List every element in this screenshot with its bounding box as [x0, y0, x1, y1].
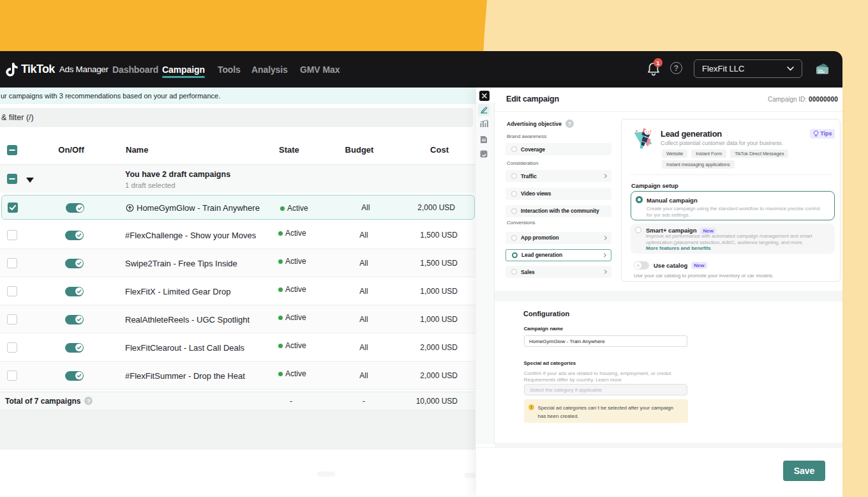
state-cell: Active — [278, 313, 306, 322]
nav-dashboard[interactable]: Dashboard — [112, 51, 158, 88]
help-icon[interactable]: ? — [670, 62, 682, 74]
use-catalog-toggle[interactable] — [634, 261, 649, 270]
smart-campaign-option[interactable]: Smart+ campaignNew Improve ad performanc… — [631, 224, 835, 254]
use-catalog-row: Use catalogNew — [634, 261, 707, 270]
collapse-caret-icon[interactable] — [26, 178, 34, 183]
use-catalog-title: Use catalogNew — [654, 262, 707, 270]
tips-label: Tips — [820, 130, 832, 137]
row-checkbox-checked[interactable] — [8, 203, 18, 213]
nav-analysis[interactable]: Analysis — [251, 51, 288, 88]
row-toggle-on[interactable] — [65, 287, 84, 296]
active-dot — [278, 372, 283, 376]
row-toggle-on[interactable] — [65, 343, 84, 353]
campaign-name[interactable]: #FlexFitSummer - Drop the Heat — [125, 371, 245, 381]
use-catalog-description: Use your car catalog to promote your inv… — [634, 273, 774, 279]
campaign-name[interactable]: Swipe2Train - Free Tips Inside — [125, 259, 237, 268]
budget-cell: All — [345, 259, 383, 268]
campaign-name-input[interactable] — [524, 335, 687, 347]
detail-description: Collect potential customer data for your… — [661, 140, 783, 146]
tag: Instant messaging applications — [662, 160, 735, 169]
state-cell: Active — [278, 257, 306, 266]
objective-option-lead-generation[interactable]: Lead generation — [505, 249, 611, 261]
state-cell: Active — [278, 285, 306, 294]
drawer-header-divider — [495, 111, 842, 112]
budget-cell: All — [345, 231, 383, 240]
nav-campaign[interactable]: Campaign — [162, 51, 205, 88]
objective-option-coverage[interactable]: Coverage — [505, 143, 611, 155]
group-label: Conversions — [507, 220, 535, 226]
configuration-section: Configuration Campaign name Special ad c… — [495, 302, 842, 443]
tiktok-logo[interactable]: TikTok Ads Manager — [5, 51, 108, 88]
document-icon[interactable] — [478, 134, 490, 145]
search-filter-bar[interactable]: & filter (/) — [0, 108, 473, 127]
table-row[interactable]: FlexFitClearout - Last Call Deals Active… — [0, 333, 475, 362]
campaign-name[interactable]: HomeGymGlow - Train Anywhere — [126, 203, 260, 213]
draft-group-row: You have 2 draft campaigns 1 draft selec… — [0, 165, 475, 193]
total-state: - — [290, 397, 292, 406]
row-checkbox[interactable] — [7, 371, 17, 381]
select-all-checkbox[interactable] — [7, 145, 17, 155]
row-toggle-on[interactable] — [65, 371, 84, 381]
tips-button[interactable]: Tips — [810, 129, 835, 139]
objective-option-video-views[interactable]: Video views — [505, 188, 611, 200]
objective-option-traffic[interactable]: Traffic — [505, 170, 611, 182]
row-toggle-on[interactable] — [65, 259, 84, 268]
table-row[interactable]: Swipe2Train - Free Tips Inside Active Al… — [0, 249, 475, 277]
cost-cell: 1,500 USD — [381, 259, 458, 268]
special-category-select[interactable] — [524, 384, 687, 395]
table-row[interactable]: FlexFitX - Limited Gear Drop Active All … — [0, 277, 475, 305]
campaign-name[interactable]: FlexFitX - Limited Gear Drop — [125, 287, 230, 296]
campaign-name[interactable]: FlexFitClearout - Last Call Deals — [125, 343, 244, 353]
row-toggle-on[interactable] — [65, 315, 84, 325]
help-icon[interactable]: ? — [84, 397, 93, 405]
table-row[interactable]: #FlexChallenge - Show your Moves Active … — [0, 221, 475, 249]
campaign-name[interactable]: RealAthleteReels - UGC Spotlight — [125, 315, 250, 325]
table-empty-area — [0, 411, 475, 450]
cost-cell: 2,000 USD — [381, 371, 458, 380]
row-checkbox[interactable] — [7, 230, 17, 240]
col-onoff: On/Off — [57, 145, 86, 155]
logo-suffix: Ads Manager — [59, 65, 108, 74]
lead-generation-icon — [631, 126, 654, 149]
account-name: FlexFit LLC — [702, 64, 744, 73]
table-row[interactable]: HomeGymGlow - Train Anywhere Active All … — [1, 195, 475, 220]
draft-group-subtitle: 1 draft selected — [125, 181, 176, 189]
close-drawer-button[interactable] — [479, 91, 490, 101]
comment-icon[interactable] — [478, 148, 490, 160]
help-icon[interactable]: ? — [565, 119, 574, 128]
radio-icon — [511, 269, 517, 275]
objective-option-sales[interactable]: Sales — [505, 266, 611, 278]
row-toggle-on[interactable] — [65, 231, 84, 240]
cost-cell: 1,500 USD — [381, 231, 458, 240]
row-checkbox[interactable] — [7, 314, 17, 325]
chart-icon[interactable] — [478, 118, 490, 129]
campaign-list-panel: ur campaigns with 3 recommendations base… — [0, 88, 476, 497]
campaign-name[interactable]: #FlexChallenge - Show your Moves — [125, 231, 256, 240]
more-features-link[interactable]: More features and benefits — [646, 245, 711, 251]
account-dropdown[interactable]: FlexFit LLC — [694, 59, 802, 78]
objective-detail-card: Lead generation : Tips Collect potential… — [621, 119, 841, 282]
active-tab-underline — [162, 76, 205, 78]
objective-option-interaction[interactable]: Interaction with the community — [505, 205, 611, 217]
nav-gmv-max[interactable]: GMV Max — [300, 51, 340, 88]
row-checkbox[interactable] — [7, 286, 17, 296]
draft-group-checkbox[interactable] — [7, 174, 17, 184]
radio-icon — [511, 173, 517, 179]
billing-wallet-icon[interactable] — [815, 62, 830, 76]
drawer-title: Edit campaign — [506, 95, 559, 103]
nav-tools[interactable]: Tools — [218, 51, 241, 88]
row-checkbox[interactable] — [7, 342, 17, 353]
active-dot — [278, 344, 283, 348]
save-button[interactable]: Save — [783, 461, 825, 481]
cost-cell: 2,000 USD — [378, 203, 455, 212]
table-row[interactable]: RealAthleteReels - UGC Spotlight Active … — [0, 305, 475, 333]
row-checkbox[interactable] — [7, 258, 17, 268]
manual-campaign-title: Manual campaign — [647, 197, 698, 204]
edit-pencil-icon[interactable] — [478, 104, 490, 116]
objective-option-app-promotion[interactable]: App promotion — [505, 232, 611, 244]
row-toggle-on[interactable] — [66, 203, 84, 213]
manual-campaign-option[interactable]: Manual campaign Create your campaign usi… — [631, 191, 835, 220]
table-row[interactable]: #FlexFitSummer - Drop the Heat Active Al… — [0, 362, 475, 390]
radio-icon — [511, 208, 517, 214]
chevron-right-icon — [602, 252, 606, 257]
